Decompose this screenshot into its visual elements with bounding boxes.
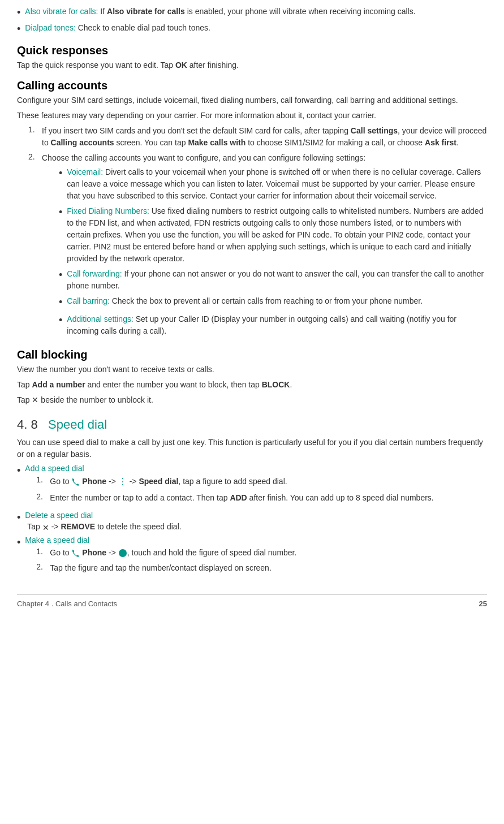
delete-speed-dial-label: Delete a speed dial <box>25 511 93 520</box>
make-calls-with-bold: Make calls with <box>188 138 245 147</box>
svg-point-0 <box>119 549 127 557</box>
delete-speed-dot: • <box>17 511 20 532</box>
add-bold: ADD <box>230 493 247 502</box>
item2-num: 2. <box>28 152 42 340</box>
block-bold: BLOCK <box>262 380 290 389</box>
make-speed-item2: 2. Tap the figure and tap the number/con… <box>36 562 296 574</box>
bullet-dot-2: • <box>17 22 20 36</box>
call-barring-label: Call barring: <box>67 296 109 305</box>
sub-bullet-additional: • Additional settings: Set up your Calle… <box>59 313 487 337</box>
add-speed-label: Add a speed dial 1. Go to Phone -> ⋮ -> … <box>25 464 433 507</box>
phone-icon-2 <box>71 549 79 557</box>
make-speed-dial-list: 1. Go to Phone -> , touch and hold the f… <box>36 547 296 574</box>
fdn-label: Fixed Dialing Numbers: <box>67 206 149 215</box>
speed-dial-number: 4. 8 <box>17 417 48 432</box>
calling-accounts-item-2: 2. Choose the calling accounts you want … <box>28 152 487 340</box>
add-speed-dial-bullet: • Add a speed dial 1. Go to Phone -> ⋮ -… <box>17 464 487 507</box>
speed-dial-heading: 4. 8 Speed dial <box>17 417 487 432</box>
footer-left: Chapter 4 . Calls and Contacts <box>17 599 117 608</box>
speed-dial-section: 4. 8 Speed dial You can use speed dial t… <box>17 417 487 577</box>
make-speed-item1: 1. Go to Phone -> , touch and hold the f… <box>36 547 296 559</box>
delete-speed-label: Delete a speed dial Tap ✕ -> REMOVE to d… <box>25 511 181 532</box>
sub-dot-1: • <box>59 166 62 202</box>
calling-accounts-section: Calling accounts Configure your SIM card… <box>17 79 487 340</box>
call-blocking-para3: Tap ✕ beside the number to unblock it. <box>17 394 487 407</box>
ok-bold: OK <box>175 61 187 70</box>
calling-accounts-bold: Calling accounts <box>51 138 114 147</box>
ask-first-bold: Ask first <box>425 138 456 147</box>
dialpad-label: Dialpad tones: <box>25 23 76 32</box>
sub-bullet-voicemail: • Voicemail: Divert calls to your voicem… <box>59 166 487 202</box>
calling-accounts-para1: Configure your SIM card settings, includ… <box>17 94 487 106</box>
item1-text: If you insert two SIM cards and you don'… <box>42 125 487 149</box>
call-blocking-section: Call blocking View the number you don't … <box>17 348 487 407</box>
sub-dot-2: • <box>59 205 62 265</box>
call-blocking-heading: Call blocking <box>17 348 487 361</box>
chapter-footer: Chapter 4 . Calls and Contacts 25 <box>17 594 487 608</box>
call-blocking-para2: Tap Add a number and enter the number yo… <box>17 379 487 391</box>
call-blocking-para1: View the number you don't want to receiv… <box>17 364 487 376</box>
make-speed-num2: 2. <box>36 562 50 574</box>
sub-dot-4: • <box>59 295 62 309</box>
phone-bold-2: Phone <box>80 548 106 557</box>
add-speed-text2: Enter the number or tap to add a contact… <box>50 492 433 504</box>
sub-dot-5: • <box>59 313 62 337</box>
make-speed-num1: 1. <box>36 547 50 559</box>
add-speed-dial-list: 1. Go to Phone -> ⋮ -> Speed dial, tap a… <box>36 475 433 504</box>
item2-text: Choose the calling accounts you want to … <box>42 152 487 340</box>
quick-responses-para: Tap the quick response you want to edit.… <box>17 59 487 71</box>
add-speed-dial-label: Add a speed dial <box>25 464 84 473</box>
quick-responses-heading: Quick responses <box>17 44 487 57</box>
sub-bullet-fdn: • Fixed Dialing Numbers: Use fixed diali… <box>59 205 487 265</box>
delete-speed-dial-bullet: • Delete a speed dial Tap ✕ -> REMOVE to… <box>17 511 487 532</box>
add-speed-item1: 1. Go to Phone -> ⋮ -> Speed dial, tap a… <box>36 475 433 489</box>
sub-dot-3: • <box>59 268 62 292</box>
add-speed-item2: 2. Enter the number or tap to add a cont… <box>36 492 433 504</box>
menu-icon-1: ⋮ <box>118 475 127 489</box>
delete-speed-content: Tap ✕ -> REMOVE to detele the speed dial… <box>27 522 181 532</box>
additional-settings-label: Additional settings: <box>67 314 133 323</box>
phone-icon <box>71 478 79 486</box>
speed-dial-bold: Speed dial <box>139 477 178 486</box>
x-icon: ✕ <box>32 394 38 406</box>
also-vibrate-bold: Also vibrate for calls <box>107 7 185 16</box>
sub-barring-text: Call barring: Check the box to prevent a… <box>67 295 423 309</box>
make-speed-dial-bullet: • Make a speed dial 1. Go to Phone -> , … <box>17 536 487 577</box>
top-bullets-section: • Also vibrate for calls: If Also vibrat… <box>17 6 487 36</box>
also-vibrate-label: Also vibrate for calls: <box>25 7 98 16</box>
sub-bullet-call-barring: • Call barring: Check the box to prevent… <box>59 295 487 309</box>
footer-right: 25 <box>479 599 487 608</box>
make-speed-dot: • <box>17 536 20 577</box>
sub-forwarding-text: Call forwarding: If your phone can not a… <box>67 268 487 292</box>
calling-accounts-list: 1. If you insert two SIM cards and you d… <box>28 125 487 340</box>
add-number-bold: Add a number <box>32 380 85 389</box>
add-speed-num1: 1. <box>36 475 50 489</box>
call-settings-bold: Call settings <box>351 126 398 135</box>
sub-additional-text: Additional settings: Set up your Caller … <box>67 313 487 337</box>
quick-responses-section: Quick responses Tap the quick response y… <box>17 44 487 71</box>
make-speed-text1: Go to Phone -> , touch and hold the figu… <box>50 547 296 559</box>
x-icon-2: ✕ <box>42 523 49 532</box>
bullet-dialpad-text: Dialpad tones: Check to enable dial pad … <box>25 22 210 36</box>
add-speed-num2: 2. <box>36 492 50 504</box>
speed-dial-intro: You can use speed dial to make a call by… <box>17 437 487 460</box>
sub-bullet-call-forwarding: • Call forwarding: If your phone can not… <box>59 268 487 292</box>
calling-accounts-para2: These features may vary depending on you… <box>17 110 487 122</box>
sub-bullets: • Voicemail: Divert calls to your voicem… <box>59 166 487 336</box>
make-speed-dial-label: Make a speed dial <box>25 536 89 545</box>
voicemail-label: Voicemail: <box>67 167 103 176</box>
calling-accounts-heading: Calling accounts <box>17 79 487 92</box>
circle-icon <box>118 549 127 558</box>
bullet-also-vibrate-text: Also vibrate for calls: If Also vibrate … <box>25 6 415 20</box>
add-speed-dot: • <box>17 464 20 507</box>
bullet-also-vibrate: • Also vibrate for calls: If Also vibrat… <box>17 6 487 20</box>
call-forwarding-label: Call forwarding: <box>67 269 122 278</box>
phone-bold-1: Phone <box>80 477 106 486</box>
make-speed-label: Make a speed dial 1. Go to Phone -> , to… <box>25 536 296 577</box>
item1-num: 1. <box>28 125 42 149</box>
add-speed-text1: Go to Phone -> ⋮ -> Speed dial, tap a fi… <box>50 475 433 489</box>
bullet-dialpad: • Dialpad tones: Check to enable dial pa… <box>17 22 487 36</box>
sub-fdn-text: Fixed Dialing Numbers: Use fixed dialing… <box>67 205 487 265</box>
sub-voicemail-text: Voicemail: Divert calls to your voicemai… <box>67 166 487 202</box>
bullet-dot-1: • <box>17 6 20 20</box>
